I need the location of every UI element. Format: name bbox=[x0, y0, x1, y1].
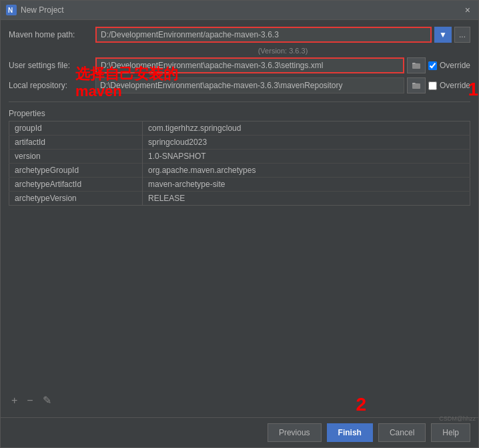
local-repo-override-checkbox[interactable] bbox=[428, 81, 437, 90]
property-key: archetypeGroupId bbox=[9, 164, 143, 178]
local-repo-row: Local repository: Override 选择自己安装的 maven bbox=[9, 77, 470, 93]
local-repo-label: Local repository: bbox=[9, 81, 95, 90]
property-value: com.tigerhhzz.springcloud bbox=[143, 122, 470, 136]
user-settings-override-label: Override bbox=[440, 61, 470, 70]
override-checkbox-wrapper: Override bbox=[428, 61, 470, 70]
dialog-icon: N bbox=[6, 5, 17, 15]
local-repo-input-wrapper: Override bbox=[95, 77, 470, 93]
property-key: groupId bbox=[9, 122, 143, 136]
add-property-button[interactable]: + bbox=[9, 393, 20, 408]
property-value: springcloud2023 bbox=[143, 136, 470, 150]
finish-button[interactable]: Finish bbox=[327, 423, 373, 442]
table-row: archetypeArtifactIdmaven-archetype-site bbox=[9, 178, 470, 192]
properties-table: groupIdcom.tigerhhzz.springcloudartifact… bbox=[9, 121, 470, 206]
maven-home-input-wrapper: ▼ ... bbox=[95, 27, 470, 43]
user-settings-label: User settings file: bbox=[9, 61, 95, 70]
property-value: 1.0-SNAPSHOT bbox=[143, 150, 470, 164]
property-value: org.apache.maven.archetypes bbox=[143, 164, 470, 178]
dialog-title: New Project bbox=[21, 5, 458, 15]
user-settings-input-wrapper: Override bbox=[95, 57, 470, 73]
maven-home-input[interactable] bbox=[95, 27, 432, 43]
svg-rect-2 bbox=[412, 63, 420, 69]
property-key: archetypeVersion bbox=[9, 192, 143, 206]
table-row: version1.0-SNAPSHOT bbox=[9, 150, 470, 164]
folder-icon-2 bbox=[412, 81, 421, 90]
local-repo-override-wrapper: Override bbox=[428, 81, 470, 90]
svg-rect-3 bbox=[412, 83, 420, 89]
property-key: version bbox=[9, 150, 143, 164]
properties-label: Properties bbox=[9, 109, 470, 118]
new-project-dialog: N New Project × Maven home path: ▼ ... (… bbox=[0, 0, 479, 448]
properties-section: Properties groupIdcom.tigerhhzz.springcl… bbox=[9, 109, 470, 206]
version-row: (Version: 3.6.3) bbox=[9, 47, 470, 55]
edit-property-button[interactable]: ✎ bbox=[40, 393, 54, 408]
property-value: maven-archetype-site bbox=[143, 178, 470, 192]
table-row: archetypeGroupIdorg.apache.maven.archety… bbox=[9, 164, 470, 178]
table-row: archetypeVersionRELEASE bbox=[9, 192, 470, 206]
local-repo-override-label: Override bbox=[440, 81, 470, 90]
footer: 2 Previous Finish Cancel Help bbox=[1, 417, 478, 447]
folder-icon bbox=[412, 61, 421, 70]
maven-home-browse-button[interactable]: ... bbox=[454, 27, 470, 43]
separator-1 bbox=[9, 101, 470, 102]
user-settings-override-checkbox[interactable] bbox=[428, 61, 437, 70]
table-row: groupIdcom.tigerhhzz.springcloud bbox=[9, 122, 470, 136]
maven-home-dropdown-button[interactable]: ▼ bbox=[434, 27, 452, 43]
property-key: archetypeArtifactId bbox=[9, 178, 143, 192]
table-row: artifactIdspringcloud2023 bbox=[9, 136, 470, 150]
watermark: CSDM@hhzz bbox=[436, 414, 478, 423]
property-key: artifactId bbox=[9, 136, 143, 150]
empty-area bbox=[9, 206, 470, 387]
local-repo-browse-button[interactable] bbox=[407, 77, 426, 93]
version-text: (Version: 3.6.3) bbox=[258, 47, 308, 55]
remove-property-button[interactable]: − bbox=[24, 393, 35, 408]
dialog-content: Maven home path: ▼ ... (Version: 3.6.3) … bbox=[1, 20, 478, 417]
previous-button[interactable]: Previous bbox=[268, 423, 322, 442]
help-button[interactable]: Help bbox=[431, 423, 470, 442]
user-settings-input[interactable] bbox=[95, 57, 404, 73]
maven-home-row: Maven home path: ▼ ... bbox=[9, 27, 470, 43]
close-button[interactable]: × bbox=[462, 5, 473, 15]
properties-toolbar: + − ✎ bbox=[9, 390, 470, 411]
title-bar: N New Project × bbox=[1, 1, 478, 20]
cancel-button[interactable]: Cancel bbox=[378, 423, 426, 442]
user-settings-row: User settings file: Override bbox=[9, 57, 470, 73]
maven-home-label: Maven home path: bbox=[9, 30, 95, 39]
local-repo-input[interactable] bbox=[95, 77, 404, 93]
property-value: RELEASE bbox=[143, 192, 470, 206]
svg-text:N: N bbox=[8, 7, 13, 14]
user-settings-browse-button[interactable] bbox=[407, 57, 426, 73]
